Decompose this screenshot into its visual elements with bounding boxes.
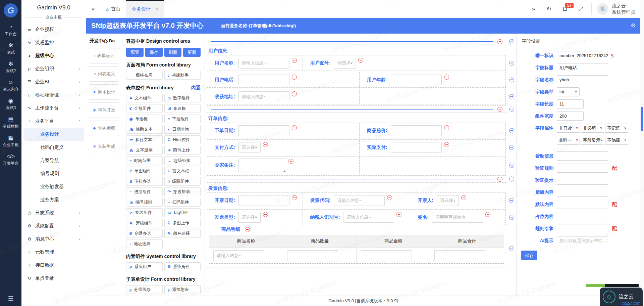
field-name-input[interactable]: yhdh — [557, 75, 608, 84]
tab-design[interactable]: 业务设计× — [126, 0, 164, 18]
remove-field-icon[interactable] — [387, 195, 392, 200]
rail-item-workbench[interactable]: ◔工作台 — [5, 24, 17, 37]
remove-subtable-icon[interactable] — [245, 227, 250, 232]
sidebar-item-system-config[interactable]: ⚙系统配置˅ — [21, 219, 86, 232]
control-address-picker[interactable]: ↓地址选择 — [126, 239, 163, 248]
rail-item-test3[interactable]: ◉测试3 — [6, 98, 16, 111]
remove-field-icon[interactable] — [292, 58, 297, 63]
control-group-line[interactable]: ʂ分组线条 — [126, 285, 163, 294]
rail-item-enterprise-hub[interactable]: ▦企业中枢 — [3, 135, 19, 148]
refresh-icon[interactable]: ↻ — [541, 5, 557, 12]
sidebar-item-super-center[interactable]: ◕超级中心 — [21, 49, 86, 62]
user-account-select[interactable]: 请选择˅ — [334, 58, 356, 69]
order-date-input[interactable] — [238, 125, 289, 136]
scrollbar-thumb[interactable] — [641, 107, 643, 131]
control-text-field[interactable]: A文本组件 — [126, 94, 163, 102]
control-cascade-field[interactable]: §级联组件 — [164, 177, 201, 186]
rail-item-dev-platform[interactable]: </>开发平台 — [3, 154, 19, 166]
sidebar-item-log-system[interactable]: ◷日志系统˅ — [21, 206, 86, 219]
sidebar-item-metadata-mgmt[interactable]: ◌元数管理 — [21, 246, 86, 259]
remove-field-icon[interactable] — [358, 58, 363, 63]
remove-row-icon[interactable] — [509, 198, 514, 203]
close-designer-icon[interactable]: ⊗ — [631, 22, 636, 29]
control-file-upload[interactable]: ➔附件上传 — [164, 146, 201, 155]
control-system-user[interactable]: ρ系统用户 — [126, 262, 163, 271]
control-hyperlink[interactable]: ↔超级链接 — [164, 156, 201, 165]
remove-field-icon[interactable] — [292, 195, 297, 200]
configure-link[interactable]: 配 — [612, 226, 617, 232]
bell-icon[interactable]: Ω57 — [557, 6, 573, 12]
control-single-image[interactable]: P单图组件 — [126, 167, 163, 175]
taxpayer-id-input[interactable]: 请输入信息~ — [343, 212, 394, 223]
validate-rule-input[interactable] — [557, 164, 608, 173]
user-phone-input[interactable] — [238, 75, 289, 85]
sidebar-item-process-monitor[interactable]: ∿流程监控 — [21, 36, 86, 49]
control-color-picker[interactable]: ✎颜色选择 — [164, 229, 201, 238]
signature-input[interactable]: 调用手写板签名 — [432, 212, 483, 223]
field-cell-user-account[interactable]: 用户账号:请选择˅ — [303, 55, 410, 71]
sidebar-item-code-custom[interactable]: 代码自定义 — [21, 141, 86, 154]
field-type-select[interactable]: int˅ — [557, 87, 580, 96]
user-name-input[interactable]: 请输入信息~ — [238, 58, 289, 69]
field-attrs-1-select[interactable]: 不记忆˅ — [605, 124, 628, 133]
control-html-control[interactable]: GHtml控件 — [164, 135, 201, 144]
remove-field-icon[interactable] — [292, 75, 297, 80]
user-menu[interactable]: 流 流之云 系统管理员 — [591, 3, 640, 15]
remove-field-icon[interactable] — [444, 142, 449, 147]
sidebar-item-business-plan[interactable]: 业务方案 — [21, 193, 86, 206]
field-attrs-1-select[interactable]: 非必填˅ — [581, 124, 604, 133]
field-cell-signature[interactable]: 签名:调用手写板签名 — [410, 210, 506, 225]
expand-tabs-icon[interactable]: » — [526, 6, 541, 12]
sidebar-item-enterprise-org[interactable]: ρ企业组织˅ — [21, 62, 86, 75]
configure-link[interactable]: 配 — [612, 165, 617, 171]
control-assist-text[interactable]: Ǣ辅助文本 — [126, 125, 163, 134]
control-money-field[interactable]: ¥金额组件 — [126, 104, 163, 113]
form-design-button[interactable]: ↑表单设计 — [89, 48, 119, 63]
sidebar-item-enterprise-bi[interactable]: ☰企业BI˅ — [21, 75, 86, 88]
field-cell-delivery-address[interactable]: 收获地址:请输入信息~ — [207, 89, 360, 104]
remove-row-icon[interactable] — [509, 163, 514, 168]
remove-field-icon[interactable] — [292, 91, 297, 96]
field-cell-taxpayer-id[interactable]: 纳税人识别号:请输入信息~ — [303, 210, 410, 225]
control-scan-field[interactable]: ~扫码组件 — [164, 198, 201, 207]
remove-field-icon[interactable] — [263, 142, 268, 147]
seller-remark-textarea[interactable]: ◢ — [238, 159, 286, 172]
field-attrs-2-select[interactable]: 非唯一˅ — [557, 136, 580, 145]
sidebar-item-business-platform[interactable]: ◔业务平台˄ — [21, 115, 86, 128]
field-cell-invoice-date[interactable]: 开票日期: — [207, 193, 303, 208]
field-cell-seller-remark[interactable]: 卖家备注:◢ — [207, 157, 360, 174]
control-textarea-field[interactable]: ⚌多行文本 — [126, 135, 163, 144]
field-cell-actual-pay[interactable]: 实际支付: — [360, 140, 506, 155]
control-progress-field[interactable]: ~进度组件 — [126, 187, 163, 196]
rule-engine-input[interactable] — [557, 224, 608, 233]
field-cell-invoice-issuer[interactable]: 开票人:请选择˅ — [410, 193, 506, 208]
event-dev-button[interactable]: ♔事件开发 — [89, 102, 119, 118]
field-title-input[interactable]: 用户电话 — [557, 63, 608, 72]
remove-row-icon[interactable] — [509, 246, 514, 251]
field-attrs-2-select[interactable]: 字段显示˅ — [581, 136, 604, 145]
sidebar-item-workflow-platform[interactable]: ∿工作流平台˅ — [21, 101, 86, 115]
remove-row-icon[interactable] — [509, 177, 514, 182]
ai-hint-input[interactable]: 您可以设置Ai提示帮助，将 — [557, 236, 608, 245]
field-cell-user-age[interactable]: 用户年龄: — [360, 72, 506, 87]
scrollbar-track[interactable] — [640, 0, 644, 306]
component-width-input[interactable]: 200 — [557, 112, 584, 121]
remove-field-icon[interactable] — [396, 212, 401, 217]
field-cell-goods-total[interactable]: 商品总价: — [360, 123, 506, 138]
pay-method-select[interactable]: 请选择˅ — [238, 142, 261, 153]
chat-widget[interactable]: ☺ 流之云 cojz8.com — [600, 288, 643, 306]
control-number-field[interactable]: ½数字组件 — [164, 94, 201, 102]
sidebar-item-sso-login[interactable]: ↻单点登录 — [21, 272, 86, 285]
control-number-rule[interactable]: œ编号规则 — [126, 198, 163, 207]
field-cell-invoice-code[interactable]: 发票代码:请输入信息~ — [303, 193, 410, 208]
control-tag-field[interactable]: ωTag组件 — [164, 208, 201, 217]
remove-row-icon[interactable] — [509, 145, 514, 150]
control-rich-text[interactable]: E富文本框 — [164, 167, 201, 175]
control-radio-field[interactable]: ◉单选框 — [126, 115, 163, 123]
field-cell-invoice-type[interactable]: 发票类型:请选择˅ — [207, 210, 303, 225]
placeholder-content-input[interactable] — [557, 212, 608, 221]
sidebar-item-business-design[interactable]: 业务设计 — [23, 128, 84, 141]
script-design-button[interactable]: ★脚本设计 — [89, 84, 119, 100]
update-button[interactable]: 更新 — [183, 48, 201, 57]
close-tab-icon[interactable]: × — [156, 7, 159, 12]
